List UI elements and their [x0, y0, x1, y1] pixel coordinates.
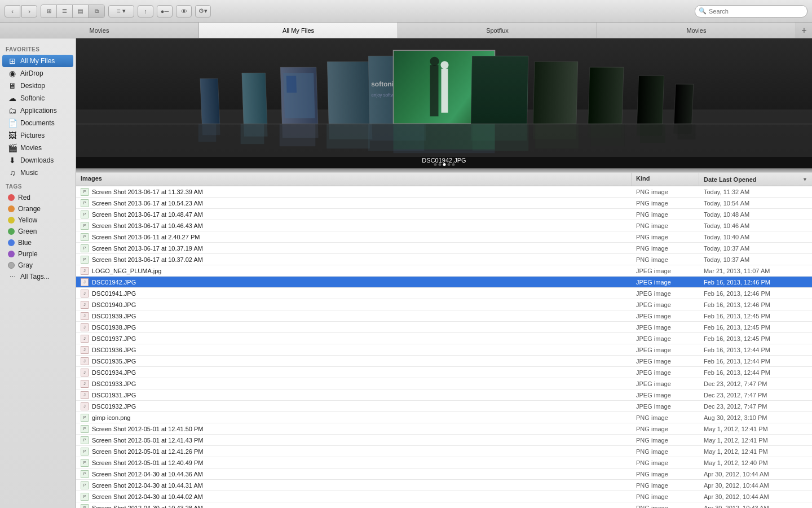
file-row[interactable]: JDSC01935.JPGJPEG imageFeb 16, 2013, 12:… [76, 356, 812, 367]
png-file-icon: P [81, 425, 89, 433]
tab-movies-2[interactable]: Movies [597, 23, 796, 38]
sidebar-tag-purple[interactable]: Purple [2, 248, 73, 260]
png-file-icon: P [81, 256, 89, 264]
sidebar-item-label: All My Files [20, 57, 55, 65]
list-view-button[interactable]: ☰ [57, 5, 73, 17]
file-row[interactable]: PScreen Shot 2013-06-17 at 10.46.43 AMPN… [76, 220, 812, 231]
nav-forward-button[interactable]: › [21, 5, 37, 17]
column-view-button[interactable]: ▤ [73, 5, 89, 17]
file-row[interactable]: PScreen Shot 2012-05-01 at 12.41.50 PMPN… [76, 423, 812, 435]
png-file-icon: P [81, 233, 89, 241]
share-button[interactable]: ↑ [138, 5, 153, 17]
sidebar-item-label: Desktop [20, 82, 45, 90]
tab-bar: Movies All My Files Spotflux Movies + [0, 23, 812, 38]
file-row[interactable]: PScreen Shot 2012-04-30 at 10.43.28 AMPN… [76, 502, 812, 508]
sidebar-all-tags[interactable]: ⋯ All Tags... [2, 271, 73, 282]
cover-flow[interactable]: DSC01942.JPG [76, 38, 812, 168]
file-row[interactable]: JDSC01942.JPGJPEG imageFeb 16, 2013, 12:… [76, 277, 812, 288]
sidebar-item-all-my-files[interactable]: ⊞ All My Files [2, 55, 73, 67]
file-row[interactable]: JDSC01931.JPGJPEG imageDec 23, 2012, 7:4… [76, 389, 812, 401]
coverflow-view-button[interactable]: ⧉ [89, 5, 104, 17]
file-kind: PNG image [632, 437, 699, 444]
sidebar-item-movies[interactable]: 🎬 Movies [2, 142, 73, 154]
sidebar-tag-green[interactable]: Green [2, 226, 73, 237]
tab-movies-1[interactable]: Movies [0, 23, 199, 38]
column-header-name[interactable]: Images [76, 173, 632, 186]
file-name: Screen Shot 2012-05-01 at 12.41.43 PM [92, 437, 204, 444]
file-row[interactable]: PScreen Shot 2013-06-17 at 11.32.39 AMPN… [76, 186, 812, 198]
file-date: Apr 30, 2012, 10:43 AM [699, 505, 812, 509]
sidebar-item-music[interactable]: ♫ Music [2, 167, 73, 179]
file-row[interactable]: PScreen Shot 2012-05-01 at 12.41.26 PMPN… [76, 446, 812, 457]
file-name-cell: PScreen Shot 2012-04-30 at 10.44.02 AM [76, 493, 632, 501]
arrange-button[interactable]: ≡ ▾ [108, 5, 134, 17]
sidebar-tag-red[interactable]: Red [2, 192, 73, 203]
file-row[interactable]: JDSC01939.JPGJPEG imageFeb 16, 2013, 12:… [76, 310, 812, 322]
file-row[interactable]: PScreen Shot 2012-05-01 at 12.41.43 PMPN… [76, 435, 812, 446]
file-row[interactable]: JDSC01937.JPGJPEG imageFeb 16, 2013, 12:… [76, 333, 812, 344]
sidebar-item-documents[interactable]: 📄 Documents [2, 117, 73, 129]
file-date: Feb 16, 2013, 12:45 PM [699, 324, 812, 331]
file-row[interactable]: JDSC01940.JPGJPEG imageFeb 16, 2013, 12:… [76, 299, 812, 310]
gear-button[interactable]: ⚙▾ [195, 5, 211, 17]
sidebar-item-desktop[interactable]: 🖥 Desktop [2, 80, 73, 92]
file-row[interactable]: PScreen Shot 2012-04-30 at 10.44.36 AMPN… [76, 468, 812, 480]
sidebar-tag-blue[interactable]: Blue [2, 237, 73, 248]
sidebar-item-downloads[interactable]: ⬇ Downloads [2, 154, 73, 167]
jpg-file-icon: J [81, 402, 89, 410]
search-input[interactable] [695, 5, 807, 17]
file-name-cell: JDSC01934.JPG [76, 369, 632, 376]
file-row[interactable]: Pgimp icon.pngPNG imageAug 30, 2012, 3:1… [76, 412, 812, 423]
file-name-cell: PScreen Shot 2012-05-01 at 12.41.26 PM [76, 448, 632, 456]
file-row[interactable]: JDSC01933.JPGJPEG imageDec 23, 2012, 7:4… [76, 378, 812, 389]
file-row[interactable]: PScreen Shot 2012-05-01 at 12.40.49 PMPN… [76, 457, 812, 468]
action-button[interactable]: ●─ [157, 5, 173, 17]
file-name: DSC01938.JPG [92, 324, 136, 331]
sidebar-item-label: Music [20, 169, 38, 177]
column-header-kind[interactable]: Kind [632, 173, 699, 186]
sidebar-item-applications[interactable]: 🗂 Applications [2, 104, 73, 117]
sidebar-item-softonic[interactable]: ☁ Softonic [2, 92, 73, 104]
tab-all-my-files[interactable]: All My Files [199, 23, 398, 38]
tab-add-button[interactable]: + [796, 23, 812, 38]
green-tag-dot [8, 228, 15, 235]
file-row[interactable]: JDSC01936.JPGJPEG imageFeb 16, 2013, 12:… [76, 344, 812, 356]
file-name-cell: PScreen Shot 2013-06-17 at 10.37.02 AM [76, 256, 632, 264]
file-date: Today, 11:32 AM [699, 189, 812, 195]
tags-section-label: TAGS [0, 179, 76, 192]
file-row[interactable]: JLOGO_NEG_PLUMA.jpgJPEG imageMar 21, 201… [76, 265, 812, 277]
file-row[interactable]: PScreen Shot 2013-06-17 at 10.37.02 AMPN… [76, 254, 812, 265]
column-header-date[interactable]: Date Last Opened ▼ [699, 173, 812, 186]
sidebar-item-pictures[interactable]: 🖼 Pictures [2, 129, 73, 142]
png-file-icon: P [81, 414, 89, 422]
file-row[interactable]: JDSC01932.JPGJPEG imageDec 23, 2012, 7:4… [76, 401, 812, 412]
file-name: DSC01941.JPG [92, 290, 136, 297]
sidebar-tag-gray[interactable]: Gray [2, 260, 73, 271]
coverflow-divider[interactable] [76, 168, 812, 173]
file-row[interactable]: PScreen Shot 2013-06-11 at 2.40.27 PMPNG… [76, 231, 812, 243]
sidebar-tag-orange[interactable]: Orange [2, 203, 73, 214]
file-row[interactable]: JDSC01938.JPGJPEG imageFeb 16, 2013, 12:… [76, 322, 812, 333]
nav-back-button[interactable]: ‹ [5, 5, 20, 17]
file-row[interactable]: PScreen Shot 2013-06-17 at 10.48.47 AMPN… [76, 209, 812, 220]
file-row[interactable]: PScreen Shot 2012-04-30 at 10.44.02 AMPN… [76, 491, 812, 502]
file-row[interactable]: JDSC01934.JPGJPEG imageFeb 16, 2013, 12:… [76, 367, 812, 378]
tab-spotflux[interactable]: Spotflux [398, 23, 597, 38]
sidebar-tag-yellow[interactable]: Yellow [2, 214, 73, 226]
preview-button[interactable]: 👁 [176, 5, 192, 17]
softonic-icon: ☁ [8, 94, 17, 103]
file-name-cell: PScreen Shot 2013-06-17 at 10.46.43 AM [76, 222, 632, 230]
png-file-icon: P [81, 211, 89, 218]
file-row[interactable]: PScreen Shot 2013-06-17 at 10.37.19 AMPN… [76, 243, 812, 254]
sidebar-item-airdrop[interactable]: ◉ AirDrop [2, 67, 73, 80]
file-name: DSC01936.JPG [92, 347, 136, 353]
file-row[interactable]: JDSC01941.JPGJPEG imageFeb 16, 2013, 12:… [76, 288, 812, 299]
file-row[interactable]: PScreen Shot 2013-06-17 at 10.54.23 AMPN… [76, 198, 812, 209]
file-name-cell: PScreen Shot 2013-06-17 at 11.32.39 AM [76, 188, 632, 196]
jpg-file-icon: J [81, 346, 89, 354]
file-name: Screen Shot 2012-05-01 at 12.41.26 PM [92, 448, 204, 455]
file-list: Images Kind Date Last Opened ▼ PScreen S… [76, 173, 812, 508]
file-name: DSC01935.JPG [92, 358, 136, 365]
file-row[interactable]: PScreen Shot 2012-04-30 at 10.44.31 AMPN… [76, 480, 812, 491]
icon-view-button[interactable]: ⊞ [41, 5, 57, 17]
